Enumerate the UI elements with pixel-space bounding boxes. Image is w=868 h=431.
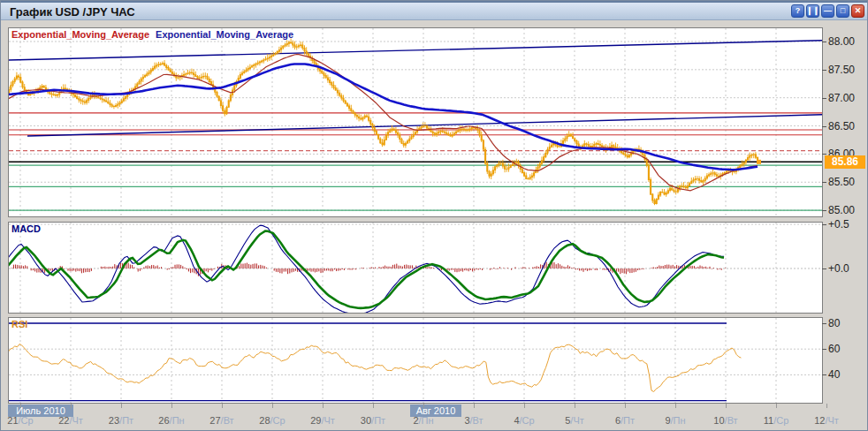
chart-window: График USD /JPY ЧАС ? ❙❙ — □ ✕ Exponenti… — [0, 0, 868, 431]
price-tick — [822, 70, 826, 71]
date-label: 22/Чт — [58, 415, 83, 426]
date-tick — [524, 404, 525, 408]
rsi-tick — [822, 323, 826, 324]
macd-tick — [822, 224, 826, 225]
date-label: 11/Ср — [764, 415, 789, 426]
macd-tick — [822, 268, 826, 269]
date-tick — [20, 404, 21, 408]
date-tick — [121, 404, 122, 408]
date-tick — [575, 404, 575, 408]
date-tick — [373, 404, 374, 408]
close-button[interactable]: ✕ — [851, 4, 864, 18]
rsi-plot[interactable] — [9, 318, 822, 403]
date-label: 2/Пн — [413, 415, 433, 426]
price-tick — [822, 182, 826, 183]
indicator-legend: Exponential_Moving_AverageExponential_Mo… — [11, 29, 293, 40]
price-label: 87.50 — [828, 64, 868, 76]
pause-button[interactable]: ❙❙ — [806, 4, 819, 18]
rsi-label: RSI — [11, 319, 27, 329]
price-plot[interactable] — [9, 28, 822, 216]
macd-plot[interactable] — [9, 223, 822, 313]
date-tick — [625, 404, 626, 408]
minimize-button[interactable]: — — [821, 4, 834, 18]
legend-ema-fast: Exponential_Moving_Average — [11, 29, 149, 40]
macd-panel[interactable]: MACD — [8, 222, 823, 314]
price-tick — [822, 98, 826, 99]
date-label: 12/Чт — [814, 415, 839, 426]
window-title: График USD /JPY ЧАС — [10, 5, 135, 19]
price-label: 85.50 — [828, 176, 868, 188]
window-controls: ? ❙❙ — □ ✕ — [791, 4, 864, 18]
time-axis: Июль 2010 Авг 2010 21/Ср22/Чт23/Пт26/Пн2… — [1, 404, 868, 431]
date-label: 9/Пн — [665, 415, 685, 426]
rsi-tick — [822, 374, 826, 375]
rsi-tick — [822, 349, 826, 350]
price-label: 88.00 — [828, 35, 868, 48]
macd-label: MACD — [11, 223, 41, 234]
date-tick — [826, 404, 827, 408]
date-label: 29/Чт — [310, 415, 335, 426]
legend-ema-slow: Exponential_Moving_Average — [156, 29, 293, 40]
macd-label: +0.5 — [828, 218, 868, 231]
price-label: 86.50 — [828, 120, 868, 132]
date-tick — [71, 404, 72, 408]
price-tick — [822, 42, 826, 42]
rsi-panel[interactable]: RSI — [8, 317, 823, 404]
date-tick — [776, 404, 777, 408]
price-label: 85.00 — [828, 204, 868, 216]
date-label: 21/Ср — [7, 415, 33, 426]
rsi-label: 80 — [828, 317, 868, 329]
date-tick — [726, 404, 727, 408]
date-label: 27/Вт — [209, 415, 233, 426]
window-titlebar[interactable]: График USD /JPY ЧАС ? ❙❙ — □ ✕ — [1, 1, 868, 20]
date-tick — [171, 404, 172, 408]
date-tick — [675, 404, 676, 408]
price-tick — [822, 154, 826, 155]
date-label: 5/Чт — [565, 415, 584, 426]
price-tick — [822, 210, 826, 211]
date-label: 4/Ср — [514, 415, 534, 426]
date-tick — [222, 404, 223, 408]
maximize-button[interactable]: □ — [836, 4, 849, 18]
date-label: 23/Пт — [109, 415, 133, 426]
date-label: 28/Ср — [259, 415, 285, 426]
price-chart-panel[interactable]: Exponential_Moving_AverageExponential_Mo… — [8, 27, 823, 217]
date-tick — [323, 404, 324, 408]
rsi-label: 40 — [828, 368, 868, 381]
date-tick — [474, 404, 475, 408]
price-label: 87.00 — [828, 92, 868, 104]
rsi-label: 60 — [828, 343, 868, 355]
date-label: 10/Вт — [713, 415, 737, 426]
date-label: 26/Пн — [158, 415, 184, 426]
date-label: 6/Пт — [615, 415, 635, 426]
date-tick — [423, 404, 424, 408]
date-label: 3/Вт — [464, 415, 483, 426]
price-tick — [822, 126, 826, 127]
macd-label: +0.0 — [828, 262, 868, 275]
date-label: 30/Пт — [361, 415, 385, 426]
help-button[interactable]: ? — [791, 4, 804, 18]
date-tick — [272, 404, 273, 408]
current-price-badge: 85.86 — [825, 155, 865, 169]
